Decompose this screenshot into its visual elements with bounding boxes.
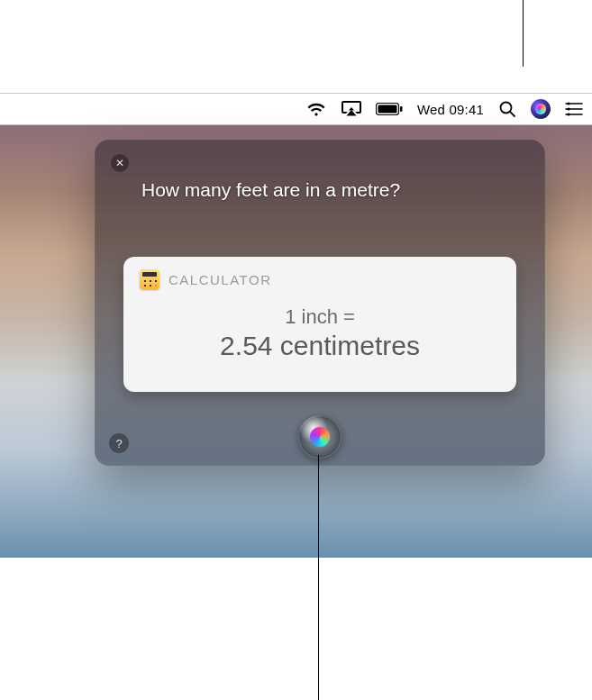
calculator-app-icon bbox=[140, 269, 159, 289]
siri-result-card[interactable]: CALCULATOR 1 inch = 2.54 centimetres bbox=[123, 257, 516, 392]
help-icon: ? bbox=[115, 437, 122, 450]
callout-line-to-siri-orb bbox=[318, 455, 319, 700]
siri-menubar-icon[interactable] bbox=[531, 99, 551, 119]
conversion-input-line: 1 inch = bbox=[140, 305, 500, 329]
svg-point-8 bbox=[567, 102, 569, 105]
svg-line-4 bbox=[510, 112, 515, 116]
conversion-output-line: 2.54 centimetres bbox=[140, 331, 500, 361]
svg-point-9 bbox=[567, 107, 569, 110]
close-icon: ✕ bbox=[115, 157, 124, 169]
airplay-icon[interactable] bbox=[342, 101, 361, 117]
close-button[interactable]: ✕ bbox=[111, 154, 129, 172]
callout-line-to-siri-menubar-icon bbox=[523, 0, 524, 67]
conversion-result: 1 inch = 2.54 centimetres bbox=[140, 305, 500, 361]
siri-user-prompt: How many feet are in a metre? bbox=[141, 179, 529, 201]
spotlight-search-icon[interactable] bbox=[498, 100, 516, 118]
menubar-datetime[interactable]: Wed 09:41 bbox=[417, 102, 484, 117]
svg-rect-2 bbox=[400, 106, 403, 112]
siri-orb-button[interactable] bbox=[298, 415, 342, 459]
result-card-title: CALCULATOR bbox=[168, 272, 271, 287]
wifi-icon[interactable] bbox=[305, 101, 327, 117]
siri-help-button[interactable]: ? bbox=[109, 433, 129, 453]
menubar: Wed 09:41 bbox=[0, 93, 592, 125]
notification-center-icon[interactable] bbox=[565, 102, 583, 116]
svg-rect-1 bbox=[378, 105, 396, 114]
svg-point-10 bbox=[567, 113, 569, 115]
siri-window: ✕ How many feet are in a metre? CALCULAT… bbox=[95, 140, 545, 466]
battery-icon[interactable] bbox=[376, 103, 403, 115]
